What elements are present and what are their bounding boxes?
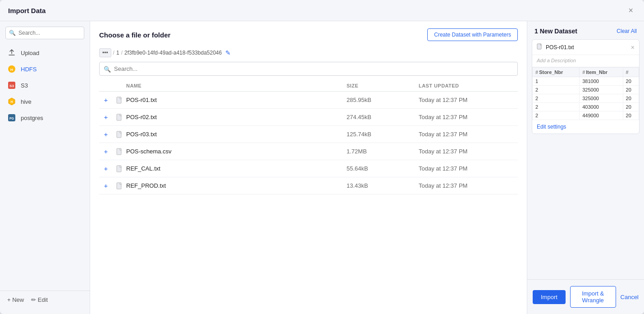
s3-icon: S3 bbox=[7, 81, 16, 90]
dataset-card: POS-r01.txt × Add a Description #Store_N… bbox=[532, 39, 639, 134]
svg-rect-12 bbox=[117, 166, 121, 172]
right-panel-footer: Import Import & Wrangle Cancel bbox=[527, 279, 644, 314]
add-file-button-4[interactable]: + bbox=[99, 165, 113, 172]
preview-col-extra: # bbox=[623, 68, 639, 77]
clear-all-button[interactable]: Clear All bbox=[617, 28, 637, 34]
sidebar-item-label-upload: Upload bbox=[21, 50, 39, 56]
dataset-file-icon bbox=[537, 43, 543, 51]
file-icon-0 bbox=[113, 97, 126, 104]
col-header-name: NAME bbox=[126, 83, 347, 88]
svg-rect-13 bbox=[117, 183, 121, 189]
breadcrumb-dots-button[interactable]: ••• bbox=[99, 48, 111, 57]
svg-rect-11 bbox=[117, 148, 121, 155]
file-icon-1 bbox=[113, 114, 126, 121]
svg-rect-10 bbox=[117, 131, 121, 138]
preview-row: 244900020 bbox=[533, 111, 639, 120]
preview-row: 232500020 bbox=[533, 86, 639, 94]
sidebar-item-hive[interactable]: H hive bbox=[0, 93, 90, 110]
file-search-input[interactable] bbox=[99, 62, 518, 76]
upload-icon bbox=[7, 48, 16, 57]
file-icon-2 bbox=[113, 131, 126, 138]
add-file-button-2[interactable]: + bbox=[99, 130, 113, 138]
sidebar-item-label-postgres: postgres bbox=[21, 115, 43, 121]
file-search-icon: 🔍 bbox=[104, 65, 111, 72]
add-file-button-1[interactable]: + bbox=[99, 113, 113, 121]
preview-cell: 20 bbox=[623, 111, 639, 120]
col-header-updated: LAST UPDATED bbox=[419, 83, 518, 88]
col-header-add bbox=[99, 83, 113, 88]
file-name-5: REF_PROD.txt bbox=[126, 182, 347, 189]
preview-cell: 381000 bbox=[580, 77, 623, 86]
breadcrumb: ••• / 1 / 2f3fb9e0-14fd-49ad-a418-f533bd… bbox=[90, 46, 527, 62]
import-data-modal: Import Data × 🔍 Upload bbox=[0, 0, 644, 314]
close-button[interactable]: × bbox=[626, 5, 636, 15]
preview-cell: 20 bbox=[623, 77, 639, 86]
sidebar-item-hdfs[interactable]: H HDFS bbox=[0, 61, 90, 77]
file-name-1: POS-r02.txt bbox=[126, 114, 347, 120]
dataset-count: 1 New Dataset bbox=[534, 28, 577, 35]
file-name-0: POS-r01.txt bbox=[126, 97, 347, 103]
dataset-title-text: POS-r01.txt bbox=[546, 44, 574, 51]
file-name-4: REF_CAL.txt bbox=[126, 165, 347, 172]
svg-rect-8 bbox=[117, 97, 121, 103]
breadcrumb-edit-button[interactable]: ✎ bbox=[224, 49, 233, 56]
file-size-2: 125.74kB bbox=[347, 131, 419, 138]
add-file-button-5[interactable]: + bbox=[99, 182, 113, 189]
sidebar: 🔍 Upload H bbox=[0, 21, 90, 314]
add-file-button-0[interactable]: + bbox=[99, 96, 113, 104]
sidebar-item-upload[interactable]: Upload bbox=[0, 45, 90, 61]
file-date-1: Today at 12:37 PM bbox=[419, 114, 518, 120]
sidebar-footer: + New ✏ Edit bbox=[0, 291, 90, 309]
file-size-1: 274.45kB bbox=[347, 114, 419, 120]
dataset-preview-table: #Store_Nbr #Item_Nbr # 138 bbox=[532, 67, 639, 120]
create-dataset-button[interactable]: Create Dataset with Parameters bbox=[427, 28, 518, 41]
file-row: + REF_PROD.txt 13.43kB Today at 12:37 PM bbox=[99, 177, 518, 194]
preview-cell: 2 bbox=[533, 111, 580, 120]
preview-cell: 20 bbox=[623, 94, 639, 103]
modal-header: Import Data × bbox=[0, 0, 644, 21]
file-name-2: POS-r03.txt bbox=[126, 131, 347, 138]
modal-body: 🔍 Upload H bbox=[0, 21, 644, 314]
file-date-4: Today at 12:37 PM bbox=[419, 165, 518, 172]
preview-rows: 1381000202325000202325000202403000202449… bbox=[533, 77, 639, 120]
main-section-title: Choose a file or folder bbox=[99, 31, 170, 39]
new-button[interactable]: + New bbox=[7, 296, 24, 303]
sidebar-search-area: 🔍 bbox=[0, 27, 90, 45]
hdfs-icon: H bbox=[7, 65, 16, 74]
file-size-5: 13.43kB bbox=[347, 182, 419, 189]
cancel-button[interactable]: Cancel bbox=[621, 294, 639, 300]
breadcrumb-sep-1: / bbox=[113, 50, 114, 56]
file-row: + POS-r01.txt 285.95kB Today at 12:37 PM bbox=[99, 92, 518, 109]
file-size-4: 55.64kB bbox=[347, 165, 419, 172]
sidebar-item-s3[interactable]: S3 S3 bbox=[0, 77, 90, 93]
import-wrangle-button[interactable]: Import & Wrangle bbox=[570, 286, 616, 308]
preview-cell: 2 bbox=[533, 103, 580, 111]
main-header: Choose a file or folder Create Dataset w… bbox=[90, 21, 527, 46]
svg-rect-14 bbox=[537, 44, 541, 49]
file-table-header: NAME SIZE LAST UPDATED bbox=[99, 80, 518, 92]
dataset-description[interactable]: Add a Description bbox=[532, 55, 639, 67]
preview-row: 240300020 bbox=[533, 103, 639, 111]
preview-cell: 325000 bbox=[580, 86, 623, 94]
preview-cell: 449000 bbox=[580, 111, 623, 120]
hive-icon: H bbox=[7, 97, 16, 106]
file-row: + POS-r03.txt 125.74kB Today at 12:37 PM bbox=[99, 126, 518, 143]
file-size-0: 285.95kB bbox=[347, 97, 419, 103]
import-button[interactable]: Import bbox=[533, 290, 566, 304]
sidebar-item-postgres[interactable]: PG postgres bbox=[0, 110, 90, 126]
edit-settings-link[interactable]: Edit settings bbox=[532, 120, 639, 134]
dataset-close-button[interactable]: × bbox=[631, 44, 635, 51]
file-icon-3 bbox=[113, 148, 126, 155]
preview-cell: 325000 bbox=[580, 94, 623, 103]
dataset-card-title: POS-r01.txt bbox=[537, 43, 574, 51]
edit-button[interactable]: ✏ Edit bbox=[31, 296, 48, 303]
sidebar-search-input[interactable] bbox=[5, 27, 84, 39]
preview-cell: 2 bbox=[533, 94, 580, 103]
right-panel: 1 New Dataset Clear All POS-r01.txt bbox=[527, 21, 644, 314]
svg-rect-9 bbox=[117, 114, 121, 120]
file-date-3: Today at 12:37 PM bbox=[419, 148, 518, 155]
add-file-button-3[interactable]: + bbox=[99, 148, 113, 155]
sidebar-item-label-s3: S3 bbox=[21, 82, 28, 89]
preview-cell: 2 bbox=[533, 86, 580, 94]
preview-cell: 20 bbox=[623, 103, 639, 111]
